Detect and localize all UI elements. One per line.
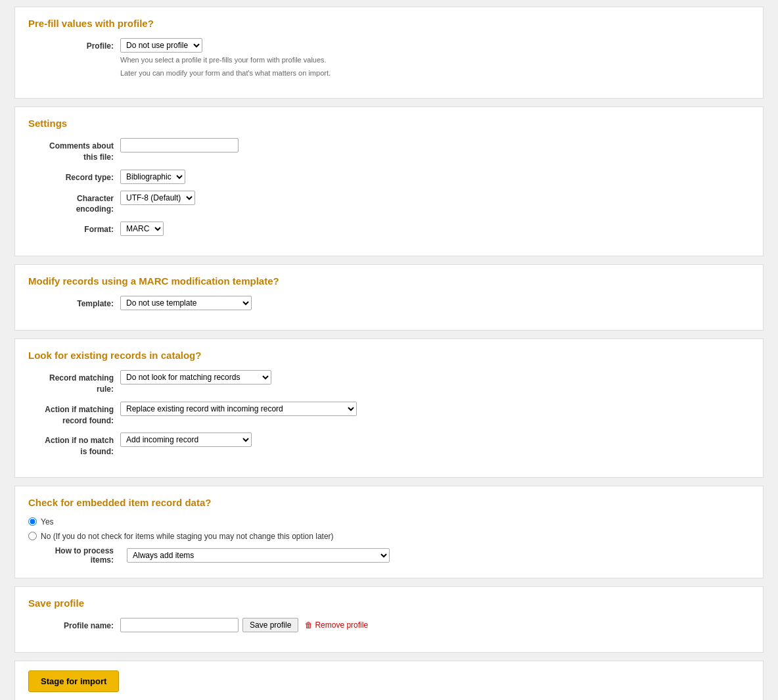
save-profile-section: Save profile Profile name: Save profile … <box>14 586 764 653</box>
prefill-title: Pre-fill values with profile? <box>28 18 750 29</box>
action-match-row: Action if matchingrecord found: Replace … <box>28 402 750 427</box>
comments-input[interactable] <box>120 138 239 152</box>
modify-section: Modify records using a MARC modification… <box>14 264 764 331</box>
matching-rule-control: Do not look for matching records <box>120 370 750 385</box>
stage-for-import-button[interactable]: Stage for import <box>28 670 119 692</box>
profile-help-1: When you select a profile it pre-fills y… <box>120 55 750 66</box>
comments-row: Comments aboutthis file: <box>28 138 750 163</box>
settings-section: Settings Comments aboutthis file: Record… <box>14 106 764 256</box>
profile-name-input[interactable] <box>120 618 239 632</box>
template-label: Template: <box>28 296 120 310</box>
save-profile-button[interactable]: Save profile <box>242 618 298 632</box>
profile-select[interactable]: Do not use profile <box>120 38 202 53</box>
profile-name-label: Profile name: <box>28 618 120 632</box>
profile-row: Profile: Do not use profile When you sel… <box>28 38 750 78</box>
yes-radio[interactable] <box>28 517 37 526</box>
profile-name-control: Save profile 🗑 Remove profile <box>120 618 750 632</box>
action-nomatch-row: Action if no matchis found: Add incoming… <box>28 432 750 457</box>
template-control: Do not use template <box>120 296 750 310</box>
action-nomatch-control: Add incoming record <box>120 432 750 447</box>
profile-label: Profile: <box>28 38 120 52</box>
action-match-label: Action if matchingrecord found: <box>28 402 120 427</box>
profile-help-2: Later you can modify your form and that'… <box>120 68 750 79</box>
record-type-row: Record type: Bibliographic <box>28 170 750 184</box>
yes-label: Yes <box>41 517 54 526</box>
record-type-control: Bibliographic <box>120 170 750 184</box>
embedded-section: Check for embedded item record data? Yes… <box>14 486 764 578</box>
format-select[interactable]: MARC <box>120 222 164 236</box>
record-type-label: Record type: <box>28 170 120 183</box>
format-control: MARC <box>120 222 750 236</box>
yes-radio-row: Yes <box>28 517 750 526</box>
action-nomatch-select[interactable]: Add incoming record <box>120 432 252 447</box>
settings-title: Settings <box>28 118 750 129</box>
matching-section: Look for existing records in catalog? Re… <box>14 338 764 478</box>
modify-title: Modify records using a MARC modification… <box>28 275 750 287</box>
save-profile-title: Save profile <box>28 597 750 609</box>
action-match-select[interactable]: Replace existing record with incoming re… <box>120 402 357 416</box>
how-to-select[interactable]: Always add items <box>127 548 390 563</box>
char-encoding-row: Characterencoding: UTF-8 (Default) <box>28 191 750 216</box>
comments-label: Comments aboutthis file: <box>28 138 120 163</box>
template-row: Template: Do not use template <box>28 296 750 310</box>
profile-control: Do not use profile When you select a pro… <box>120 38 750 78</box>
no-radio-row: No (If you do not check for items while … <box>28 532 750 541</box>
prefill-section: Pre-fill values with profile? Profile: D… <box>14 7 764 99</box>
matching-title: Look for existing records in catalog? <box>28 350 750 361</box>
format-label: Format: <box>28 222 120 235</box>
action-match-control: Replace existing record with incoming re… <box>120 402 750 416</box>
format-row: Format: MARC <box>28 222 750 236</box>
no-radio[interactable] <box>28 532 37 540</box>
action-nomatch-label: Action if no matchis found: <box>28 432 120 457</box>
matching-rule-select[interactable]: Do not look for matching records <box>120 370 271 385</box>
how-to-process-row: How to processitems: Always add items <box>28 546 750 565</box>
template-select[interactable]: Do not use template <box>120 296 252 310</box>
how-to-label: How to processitems: <box>28 546 120 565</box>
matching-rule-label: Record matchingrule: <box>28 370 120 395</box>
char-encoding-label: Characterencoding: <box>28 191 120 216</box>
comments-control <box>120 138 750 152</box>
profile-name-row: Profile name: Save profile 🗑 Remove prof… <box>28 618 750 632</box>
char-encoding-control: UTF-8 (Default) <box>120 191 750 205</box>
how-to-control: Always add items <box>127 548 390 563</box>
bottom-bar: Stage for import <box>14 661 764 700</box>
matching-rule-row: Record matchingrule: Do not look for mat… <box>28 370 750 395</box>
remove-profile-link[interactable]: 🗑 Remove profile <box>305 620 368 630</box>
char-encoding-select[interactable]: UTF-8 (Default) <box>120 191 195 205</box>
no-label: No (If you do not check for items while … <box>41 532 334 541</box>
record-type-select[interactable]: Bibliographic <box>120 170 185 184</box>
trash-icon: 🗑 <box>305 620 313 630</box>
embedded-title: Check for embedded item record data? <box>28 497 750 508</box>
